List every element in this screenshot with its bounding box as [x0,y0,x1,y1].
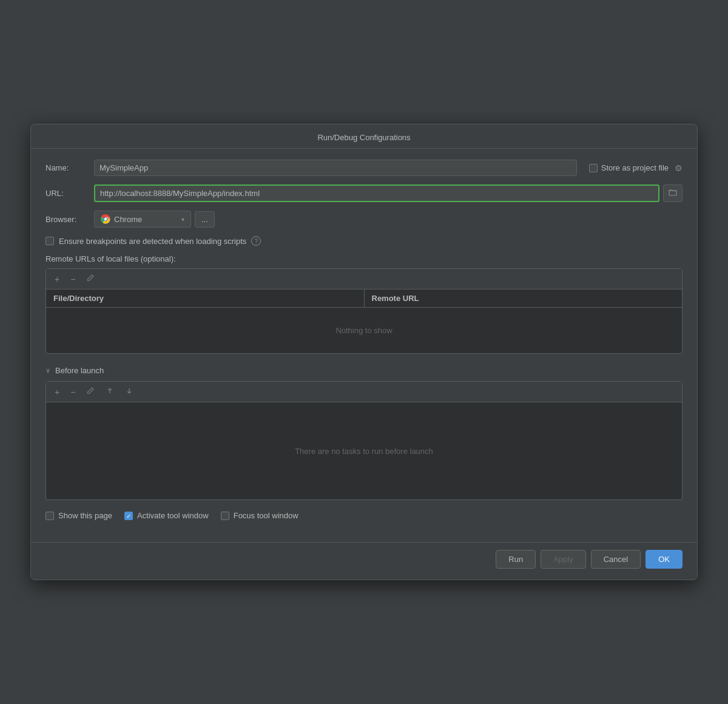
col-file-header: File/Directory [46,289,365,307]
edit-task-button[interactable] [84,385,97,398]
cancel-button[interactable]: Cancel [591,550,641,569]
remove-task-button[interactable]: − [68,386,78,398]
browser-row: Browser: [46,211,682,228]
chrome-icon [101,214,110,224]
before-launch-toolbar: + − [46,382,682,402]
bottom-checkboxes: Show this page Activate tool window Focu… [46,511,682,520]
show-this-page-label: Show this page [58,511,112,520]
activate-tool-window-checkbox[interactable] [124,512,133,520]
browser-more-button[interactable]: ... [195,211,215,228]
show-this-page-checkbox[interactable] [46,512,54,520]
col-url-header: Remote URL [365,289,682,307]
remote-urls-toolbar: + − [46,269,682,289]
pencil-icon [86,274,95,282]
name-label: Name: [46,163,94,172]
folder-icon [669,188,677,197]
name-input[interactable] [94,160,577,176]
remove-remote-url-button[interactable]: − [68,273,78,285]
gear-icon[interactable]: ⚙ [675,163,682,173]
help-icon[interactable]: ? [251,236,261,246]
store-as-project-label: Store as project file [601,163,669,172]
edit-remote-url-button[interactable] [84,272,97,285]
remote-urls-table: + − File/Directory Remote URL Nothing to… [46,268,682,354]
breakpoints-row: Ensure breakpoints are detected when loa… [46,236,682,246]
store-as-project-row: Store as project file ⚙ [589,163,682,173]
run-debug-dialog: Run/Debug Configurations Name: Store as … [30,124,698,580]
url-label: URL: [46,189,94,198]
dialog-footer: Run Apply Cancel OK [31,542,697,580]
add-remote-url-button[interactable]: + [52,273,62,285]
url-row: URL: [46,184,682,202]
focus-tool-window-label: Focus tool window [234,511,298,520]
show-this-page-item: Show this page [46,511,112,520]
remote-urls-table-header: File/Directory Remote URL [46,289,682,308]
before-launch-label: Before launch [55,366,104,375]
activate-tool-window-label: Activate tool window [137,511,209,520]
breakpoints-checkbox[interactable] [46,237,54,245]
move-up-button[interactable] [103,385,116,398]
url-input[interactable] [94,184,659,202]
move-down-icon [125,387,133,395]
before-launch-empty-message: There are no tasks to run before launch [46,402,682,499]
ok-button[interactable]: OK [645,550,682,569]
pencil-task-icon [86,387,95,395]
apply-button[interactable]: Apply [541,550,586,569]
svg-point-4 [104,218,107,220]
run-button[interactable]: Run [496,550,536,569]
add-task-button[interactable]: + [52,386,62,398]
browser-dropdown[interactable]: Chrome ▾ [94,211,191,228]
svg-rect-0 [669,191,676,195]
remote-urls-empty-message: Nothing to show [46,308,682,353]
before-launch-header: ∨ Before launch [46,366,682,375]
move-down-button[interactable] [123,385,136,398]
collapse-arrow-icon[interactable]: ∨ [46,367,50,374]
activate-tool-window-item: Activate tool window [124,511,209,520]
breakpoints-label: Ensure breakpoints are detected when loa… [59,237,246,246]
focus-tool-window-item: Focus tool window [221,511,298,520]
remote-urls-label: Remote URLs of local files (optional): [46,254,682,263]
chevron-down-icon: ▾ [181,216,184,223]
move-up-icon [106,387,114,395]
dialog-body: Name: Store as project file ⚙ URL: [31,149,697,542]
before-launch-section: + − There are no tas [46,381,682,500]
browser-select-wrapper: Chrome ▾ ... [94,211,215,228]
browser-label: Browser: [46,215,94,224]
focus-tool-window-checkbox[interactable] [221,512,229,520]
browser-dropdown-label: Chrome [114,215,178,224]
dialog-title: Run/Debug Configurations [31,124,697,149]
store-as-project-checkbox[interactable] [589,164,598,172]
url-input-wrapper [94,184,682,202]
url-file-browse-button[interactable] [663,184,682,202]
name-row: Name: Store as project file ⚙ [46,160,682,176]
